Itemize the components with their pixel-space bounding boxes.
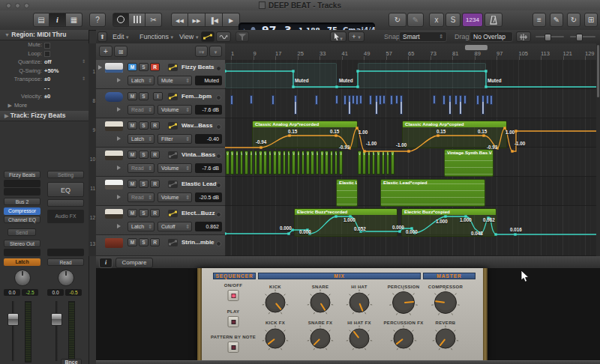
automation-node[interactable]	[398, 230, 400, 232]
track-solo-button[interactable]: S	[139, 180, 148, 188]
waveform-zoom-button[interactable]	[516, 31, 531, 42]
reverb-knob[interactable]	[431, 324, 460, 356]
stop-button[interactable]: ▐◀	[206, 13, 223, 27]
bar-ruler[interactable]: 191725334149576573818997105113121129	[225, 43, 596, 61]
record-enable-button[interactable]: R	[150, 238, 160, 246]
track-automation-toggle[interactable]	[168, 64, 178, 71]
gain-value[interactable]: -2.5	[22, 289, 38, 296]
automation-disclosure-icon[interactable]	[117, 195, 121, 199]
filter-automation-curve[interactable]	[225, 128, 596, 151]
record-enable-button[interactable]: R	[150, 121, 160, 130]
region-parameter-row[interactable]: Q-Swing:+50%	[0, 67, 88, 76]
automation-disclosure-icon[interactable]	[117, 136, 121, 141]
replace-button[interactable]: x	[429, 13, 444, 27]
flex-button[interactable]	[216, 31, 231, 42]
pointer-tool-button[interactable]: ▾	[330, 31, 346, 42]
quick-help-button[interactable]: ?	[89, 13, 106, 27]
snap-select[interactable]: Smart⇕	[399, 31, 447, 42]
track-mute-button[interactable]: M	[128, 209, 137, 217]
automation-param-select[interactable]: Filter⇕	[158, 134, 192, 144]
automation-value[interactable]: -0.40	[195, 134, 222, 144]
automation-disclosure-icon[interactable]	[117, 107, 121, 112]
region-parameter-row[interactable]: - -	[0, 84, 88, 93]
fader-track[interactable]	[12, 301, 14, 361]
setting-button[interactable]: Setting	[47, 171, 84, 178]
record-enable-button[interactable]: R	[150, 151, 160, 159]
window-resize-strip[interactable]	[96, 360, 600, 364]
kick-fx-knob[interactable]	[261, 324, 290, 356]
automation-value[interactable]: Muted	[195, 76, 222, 85]
vertical-scrollbar[interactable]	[596, 43, 600, 256]
track-solo-button[interactable]: S	[139, 209, 148, 217]
empty-slot[interactable]	[4, 180, 40, 187]
automation-node[interactable]	[444, 215, 446, 217]
track-filter-button[interactable]	[236, 31, 249, 42]
empty-slot[interactable]	[4, 188, 40, 195]
track-mute-button[interactable]: M	[128, 121, 137, 130]
automation-node[interactable]	[484, 70, 487, 72]
vertical-zoom-slider[interactable]	[536, 36, 564, 37]
horizontal-zoom-thumb[interactable]	[576, 34, 583, 41]
volume-fader[interactable]	[8, 313, 19, 326]
vertical-zoom-thumb[interactable]	[544, 34, 551, 41]
automation-node[interactable]	[335, 85, 338, 88]
automation-param-select[interactable]: Volume⇕	[158, 105, 192, 115]
percussion-fx-knob[interactable]	[389, 324, 418, 356]
automation-mode-select[interactable]: Latch⇕	[128, 134, 154, 144]
track-automation-toggle[interactable]	[168, 93, 178, 100]
track-lanes[interactable]: Classic Analog Arp*recordedClassic Analo…	[225, 60, 596, 256]
parameter-value[interactable]: ±0	[44, 92, 50, 101]
metronome-button[interactable]	[484, 13, 502, 27]
automation-param-select[interactable]: Volume⇕	[158, 163, 192, 173]
hi-hat-knob[interactable]	[345, 288, 374, 320]
track-solo-button[interactable]: S	[139, 238, 148, 246]
region-inspector-header[interactable]: ▼ Region: MIDI Thru	[0, 30, 88, 40]
cycle-region[interactable]	[465, 45, 488, 50]
automation-param-select[interactable]: Mute⇕	[158, 76, 192, 85]
inspector-button[interactable]: i	[50, 13, 66, 27]
automation-node[interactable]	[356, 85, 358, 88]
eq-thumbnail-button[interactable]: EQ	[47, 182, 84, 197]
automation-node[interactable]	[436, 134, 439, 136]
automation-mode-select[interactable]: Read⇕	[128, 192, 154, 202]
percussion-knob[interactable]	[388, 288, 419, 321]
parameter-value[interactable]: - -	[44, 84, 50, 93]
automation-node[interactable]	[287, 232, 290, 234]
automation-node[interactable]	[363, 150, 365, 152]
plugin-info-button[interactable]: i	[99, 258, 112, 268]
pan-value[interactable]: 0.0	[47, 289, 64, 296]
pan-knob[interactable]	[14, 270, 31, 286]
volume-fader[interactable]	[51, 313, 62, 326]
record-enable-button[interactable]: R	[150, 180, 160, 188]
track-mute-button[interactable]: M	[128, 92, 137, 100]
automation-value[interactable]: -7.6 dB	[195, 105, 222, 115]
snare-knob[interactable]	[306, 288, 334, 320]
view-menu[interactable]: View ▾	[176, 31, 201, 42]
track-automation-toggle[interactable]	[168, 122, 178, 130]
bounce-button[interactable]: Bnce	[61, 359, 82, 364]
automation-value[interactable]: -20.5 dB	[195, 192, 222, 202]
region-parameter-row[interactable]: Quantize:off⇕	[0, 58, 88, 67]
parameter-value[interactable]: off	[44, 58, 52, 67]
region-parameter-row[interactable]: Transpose:±0⇕	[0, 75, 88, 84]
automation-node[interactable]	[260, 146, 262, 148]
count-in-button[interactable]: 1234	[462, 13, 483, 27]
edit-menu[interactable]: Edit ▾	[110, 31, 132, 42]
parameter-checkbox[interactable]	[44, 43, 50, 49]
rewind-button[interactable]: ◀◀	[171, 13, 188, 27]
track-automation-toggle[interactable]	[168, 239, 178, 246]
automation-mode-select[interactable]: Latch⇕	[128, 76, 154, 85]
automation-node[interactable]	[292, 70, 294, 72]
hi-hat-fx-knob[interactable]	[345, 324, 374, 356]
input-monitor-button[interactable]: I	[153, 92, 163, 100]
title-bar[interactable]: DEEP BEAT - Tracks	[0, 0, 600, 10]
automation-node[interactable]	[334, 215, 337, 217]
automation-mode-slot[interactable]: Latch	[4, 258, 40, 266]
track-automation-toggle[interactable]	[168, 151, 178, 159]
group-slot[interactable]	[4, 249, 40, 256]
output-slot[interactable]: Stereo Out	[4, 240, 40, 247]
mute-automation-curve[interactable]	[225, 71, 596, 87]
browsers-button[interactable]: ⊞	[584, 13, 598, 27]
automation-disclosure-icon[interactable]	[117, 166, 121, 170]
track-header[interactable]: MSRWav...BassLatch⇕Filter⇕-0.40	[96, 118, 225, 148]
